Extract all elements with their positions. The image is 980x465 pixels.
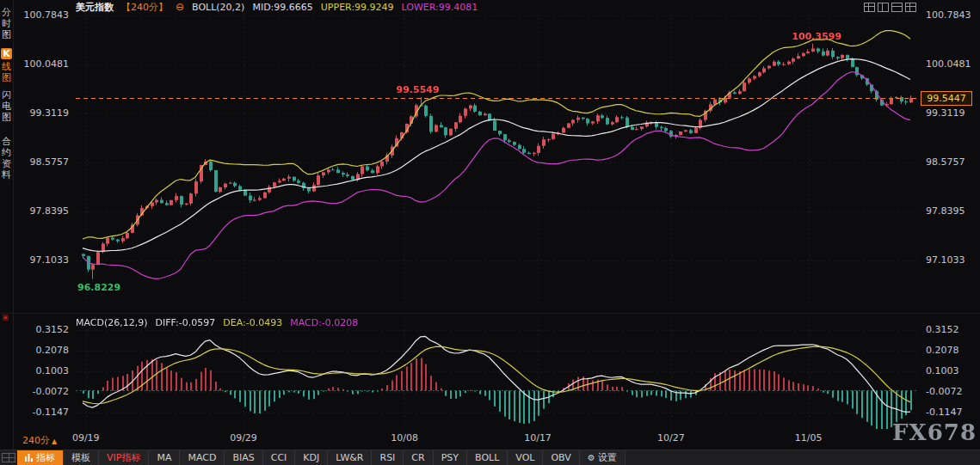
indicator-toolbar: 指标 模板VIP指标MAMACDBIASCCIKDJLW&RRSICRPSYBO… — [0, 450, 980, 465]
tab-settings[interactable]: ⚙设置 — [580, 450, 626, 465]
boll-lower-value: LOWER:99.4081 — [402, 2, 478, 13]
price-axis-label: 100.0481 — [922, 58, 980, 70]
tab-psy[interactable]: PSY — [434, 450, 467, 465]
macd-dea-value: DEA:-0.0493 — [223, 317, 282, 328]
boll-upper-value: UPPER:99.9249 — [321, 2, 394, 13]
macd-axis-label: 0.1003 — [12, 365, 69, 376]
boll-indicator-label: BOLL(20,2) — [192, 2, 244, 13]
price-axis-label: 100.0481 — [12, 58, 69, 70]
x-axis-date: 11/05 — [790, 432, 828, 444]
tab-macd[interactable]: MACD — [180, 450, 225, 465]
tab-bias[interactable]: BIAS — [225, 450, 262, 465]
tab-obv[interactable]: OBV — [543, 450, 579, 465]
symbol-name: 美元指数 — [76, 1, 114, 14]
macd-axis-label: 0.3152 — [12, 324, 69, 335]
price-axis-label: 98.5757 — [12, 156, 69, 168]
boll-mid-value: MID:99.6665 — [252, 2, 312, 13]
sidebar-tab-contract-info[interactable]: 合约资料 — [1, 136, 12, 180]
bar-chart-icon — [25, 454, 33, 462]
tab-lwr[interactable]: LW&R — [328, 450, 372, 465]
tab-cci[interactable]: CCI — [263, 450, 296, 465]
macd-diff-value: DIFF:-0.0597 — [156, 317, 216, 328]
up-triangle-icon: ▲ — [52, 437, 57, 445]
x-axis-date: 09/29 — [225, 432, 262, 444]
sidebar-tab-kline-chart[interactable]: K线图 — [1, 48, 12, 83]
macd-axis-label: -0.1147 — [12, 407, 69, 418]
x-axis-date: 10/17 — [519, 432, 557, 444]
tab-vol[interactable]: VOL — [508, 450, 543, 465]
x-axis-date: 10/08 — [385, 432, 423, 444]
price-axis-label: 100.7843 — [12, 9, 69, 21]
price-axis-label: 97.1033 — [922, 254, 980, 266]
indicator-marker-icon[interactable] — [3, 315, 9, 321]
tab-template[interactable]: 模板 — [64, 450, 99, 465]
layout-quad-icon[interactable] — [905, 3, 916, 12]
layout-hsplit-icon[interactable] — [891, 3, 903, 12]
macd-title: MACD(26,12,9) — [76, 317, 148, 328]
toolbar-grid-icon[interactable] — [2, 453, 15, 462]
tab-cr[interactable]: CR — [404, 450, 433, 465]
tab-label: 指标 — [36, 451, 55, 464]
price-axis-label: 98.5757 — [922, 156, 980, 168]
sidebar-tab-time-chart[interactable]: 分时图 — [1, 7, 12, 40]
tab-kdj[interactable]: KDJ — [295, 450, 328, 465]
sidebar-tab-lightning-chart[interactable]: 闪电图 — [1, 89, 12, 123]
price-axis-label: 99.3119 — [12, 107, 69, 119]
layout-icons — [864, 3, 916, 12]
price-axis-label: 97.8395 — [922, 205, 980, 217]
tab-boll[interactable]: BOLL — [467, 450, 508, 465]
x-axis-date: 09/19 — [67, 432, 105, 444]
macd-axis-label: -0.0072 — [12, 386, 69, 397]
price-axis-label: 97.1033 — [12, 254, 69, 266]
macd-axis-label: 0.3152 — [922, 324, 980, 335]
gear-icon: ⚙ — [588, 453, 595, 462]
left-price-axis: 100.7843100.048199.311998.575797.839597.… — [12, 0, 72, 451]
tab-ma[interactable]: MA — [149, 450, 180, 465]
tab-vip-indicators[interactable]: VIP指标 — [99, 450, 149, 465]
price-axis-label: 97.8395 — [12, 205, 69, 217]
macd-axis-label: -0.0072 — [922, 386, 980, 397]
period-selector[interactable]: 240分▲ — [22, 434, 57, 447]
macd-axis-label: -0.1147 — [922, 407, 980, 418]
layout-vsplit-icon[interactable] — [878, 3, 889, 12]
time-axis: 09/1909/2910/0810/1710/2711/05 — [76, 432, 919, 444]
macd-axis-label: 0.2078 — [922, 345, 980, 356]
collapse-icon[interactable]: ⊖ — [176, 2, 184, 12]
chart-header: 美元指数 【240分】 ⊖ BOLL(20,2) MID:99.6665 UPP… — [76, 1, 478, 13]
layout-grid-icon[interactable] — [864, 3, 875, 12]
macd-header: MACD(26,12,9) DIFF:-0.0597 DEA:-0.0493 M… — [76, 317, 358, 328]
last-price-badge: 99.5447 — [921, 91, 972, 106]
price-axis-label: 99.3119 — [922, 107, 980, 119]
candlestick-chart[interactable] — [76, 14, 919, 306]
right-price-axis: 100.7843100.048199.311998.575797.839597.… — [922, 0, 977, 451]
period-value: 240分 — [22, 435, 50, 446]
tab-indicators[interactable]: 指标 — [17, 450, 64, 465]
price-axis-label: 100.7843 — [922, 9, 980, 21]
watermark: FX678 — [892, 419, 977, 445]
trading-chart-app: 分时图K线图闪电图合约资料 美元指数 【240分】 ⊖ BOLL(20,2) M… — [0, 0, 980, 465]
panel-divider — [0, 313, 980, 314]
tab-rsi[interactable]: RSI — [372, 450, 404, 465]
macd-axis-label: 0.1003 — [922, 365, 980, 376]
indicator-tab-row: 模板VIP指标MAMACDBIASCCIKDJLW&RRSICRPSYBOLLV… — [64, 450, 626, 465]
macd-axis-label: 0.2078 — [12, 345, 69, 356]
x-axis-date: 10/27 — [652, 432, 690, 444]
macd-hist-value: MACD:-0.0208 — [290, 317, 358, 328]
macd-chart[interactable] — [76, 316, 919, 431]
period-label: 【240分】 — [121, 1, 168, 14]
